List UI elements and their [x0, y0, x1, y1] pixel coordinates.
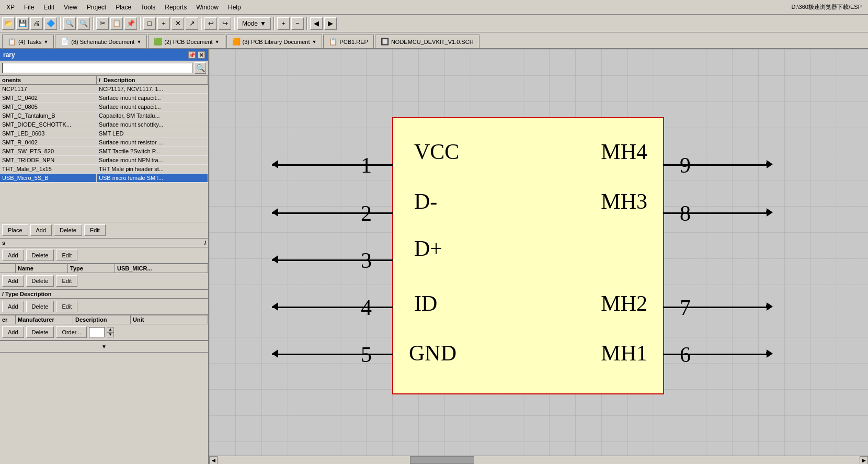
tab-pcb-dropdown[interactable]: ▼ — [215, 39, 220, 44]
component-row[interactable]: SMT_LED_0603 SMT LED — [0, 129, 208, 138]
btn-add-4[interactable]: Add — [2, 301, 24, 312]
btn-add-2[interactable]: Add — [2, 250, 24, 261]
component-row[interactable]: SMT_C_0805 Surface mount capacit... — [0, 103, 208, 111]
toolbar-diagonal[interactable]: ↗ — [186, 17, 198, 30]
menu-help[interactable]: Help — [224, 3, 245, 12]
toolbar-plus[interactable]: + — [277, 17, 290, 30]
btn-add-3[interactable]: Add — [2, 275, 24, 287]
component-list-header: onents / Description — [0, 76, 208, 85]
col-description-label: Description — [104, 77, 135, 83]
tab-pcb1rep[interactable]: 📋 PCB1.REP — [323, 35, 373, 48]
menu-reports[interactable]: Reports — [161, 3, 191, 12]
menu-project[interactable]: Project — [83, 3, 110, 12]
section-2-slash: / — [204, 240, 206, 246]
tab-nodemcu[interactable]: 🔲 NODEMCU_DEVKIT_V1.0.SCH — [375, 35, 479, 48]
toolbar-minus[interactable]: − — [291, 17, 304, 30]
toolbar-copy[interactable]: 📋 — [110, 17, 123, 30]
panel-title-bar: rary 📌 ✕ — [0, 49, 208, 61]
component-row[interactable]: THT_Male_P_1x15 THT Male pin header st..… — [0, 165, 208, 174]
comp-name: SMT_SW_PTS_820 — [0, 147, 97, 155]
component-row[interactable]: SMT_C_Tantalum_B Capacitor, SM Tantalu..… — [0, 111, 208, 120]
btn-add-1[interactable]: Add — [30, 224, 52, 236]
spin-down[interactable]: ▼ — [107, 332, 114, 337]
toolbar-paste[interactable]: 📌 — [124, 17, 137, 30]
toolbar-cross2[interactable]: ✕ — [172, 17, 184, 30]
menu-view[interactable]: View — [60, 3, 82, 12]
scroll-right-btn[interactable]: ▶ — [860, 456, 868, 465]
btn-delete-5[interactable]: Delete — [26, 326, 54, 338]
toolbar-zoom-out[interactable]: 🔍 — [77, 17, 90, 30]
doc-tabs-bar: 📋 (4) Tasks ▼ 📄 (8) Schematic Document ▼… — [0, 32, 868, 49]
col-manufacturer: Manufacturer — [16, 315, 73, 324]
menu-tools[interactable]: Tools — [136, 3, 159, 12]
menu-place[interactable]: Place — [111, 3, 135, 12]
h-scrollbar[interactable]: ◀ ▶ — [209, 456, 868, 464]
component-row[interactable]: SMT_C_0402 Surface mount capacit... — [0, 94, 208, 103]
toolbar-rect[interactable]: □ — [143, 17, 156, 30]
section-2: s / Add Delete Edit — [0, 239, 208, 264]
wire-right-1 — [663, 164, 768, 166]
library-search-button[interactable]: 🔍 — [195, 62, 206, 74]
separator-2 — [93, 17, 94, 30]
btn-delete-3[interactable]: Delete — [26, 275, 54, 287]
toolbar-layer[interactable]: 🔷 — [44, 17, 57, 30]
panel-title-icons: 📌 ✕ — [188, 51, 205, 59]
toolbar-left[interactable]: ◀ — [310, 17, 323, 30]
dot-right-2 — [766, 210, 770, 214]
tab-pcblib[interactable]: 🟧 (3) PCB Library Document ▼ — [226, 35, 323, 48]
panel-pin-icon[interactable]: 📌 — [188, 51, 196, 59]
menu-file[interactable]: File — [20, 3, 38, 12]
pin-name-mh4: MH4 — [601, 139, 647, 164]
btn-edit-3[interactable]: Edit — [56, 275, 77, 287]
toolbar-print[interactable]: 🖨 — [30, 17, 43, 30]
toolbar-zoom-in[interactable]: 🔍 — [63, 17, 76, 30]
btn-edit-4[interactable]: Edit — [56, 301, 77, 312]
tab-tasks-dropdown[interactable]: ▼ — [43, 39, 48, 44]
toolbar-cross[interactable]: + — [157, 17, 170, 30]
btn-add-5[interactable]: Add — [2, 326, 24, 338]
tab-pcb1rep-label: PCB1.REP — [339, 39, 368, 45]
tab-tasks[interactable]: 📋 (4) Tasks ▼ — [2, 35, 54, 48]
tab-schematic[interactable]: 📄 (8) Schematic Document ▼ — [55, 35, 147, 48]
btn-delete-2[interactable]: Delete — [26, 250, 54, 261]
sub-name-type-area: Name Type USB_MICR... Add Delete Edit — [0, 264, 208, 290]
toolbar-right[interactable]: ▶ — [324, 17, 337, 30]
panel-close-icon[interactable]: ✕ — [198, 51, 205, 59]
btn-order[interactable]: Order... — [56, 326, 87, 338]
tab-pcb[interactable]: 🟩 (2) PCB Document ▼ — [148, 35, 225, 48]
toolbar-save[interactable]: 💾 — [16, 17, 29, 30]
library-search-input[interactable] — [2, 63, 192, 73]
arrow-left-5 — [272, 349, 278, 358]
scroll-left-btn[interactable]: ◀ — [209, 456, 218, 465]
component-row[interactable]: SMT_DIODE_SCHOTTK... Surface mount schot… — [0, 120, 208, 129]
order-value-input[interactable]: 1 — [89, 327, 105, 337]
mode-dropdown-btn[interactable]: Mode ▼ — [237, 17, 271, 30]
panel-scroll-down[interactable]: ▼ — [0, 341, 208, 353]
menu-window[interactable]: Window — [192, 3, 223, 12]
component-row[interactable]: NCP1117 NCP1117, NCV1117. 1... — [0, 85, 208, 94]
component-row[interactable]: SMT_SW_PTS_820 SMT Tactile ?Switch P... — [0, 147, 208, 156]
component-row[interactable]: SMT_R_0402 Surface mount resistor ... — [0, 138, 208, 147]
btn-place[interactable]: Place — [2, 224, 28, 236]
toolbar-open[interactable]: 📂 — [2, 17, 15, 30]
tab-pcblib-dropdown[interactable]: ▼ — [312, 39, 317, 44]
btn-delete-1[interactable]: Delete — [54, 224, 82, 236]
menu-edit[interactable]: Edit — [39, 3, 59, 12]
toolbar-cut[interactable]: ✂ — [96, 17, 109, 30]
btn-delete-4[interactable]: Delete — [26, 301, 54, 312]
order-spinner[interactable]: ▲ ▼ — [107, 327, 114, 337]
scroll-down-icon: ▼ — [101, 344, 107, 349]
content-area[interactable]: VCC D- D+ ID GND MH4 MH3 MH2 MH1 1 2 3 4… — [209, 49, 868, 464]
tab-tasks-label: (4) Tasks — [18, 39, 41, 45]
toolbar-redo[interactable]: ↪ — [219, 17, 231, 30]
spin-up[interactable]: ▲ — [107, 327, 114, 332]
tab-schematic-dropdown[interactable]: ▼ — [136, 39, 141, 44]
btn-edit-2[interactable]: Edit — [56, 250, 77, 261]
wire-right-4 — [663, 354, 768, 355]
menu-xp[interactable]: XP — [2, 3, 19, 12]
component-row[interactable]: USB_Micro_5S_B USB micro female SMT... — [0, 174, 208, 183]
component-row[interactable]: SMT_TRIODE_NPN Surface mount NPN tra... — [0, 156, 208, 165]
scroll-thumb[interactable] — [410, 456, 474, 464]
toolbar-undo[interactable]: ↩ — [204, 17, 217, 30]
btn-edit-1[interactable]: Edit — [84, 224, 106, 236]
